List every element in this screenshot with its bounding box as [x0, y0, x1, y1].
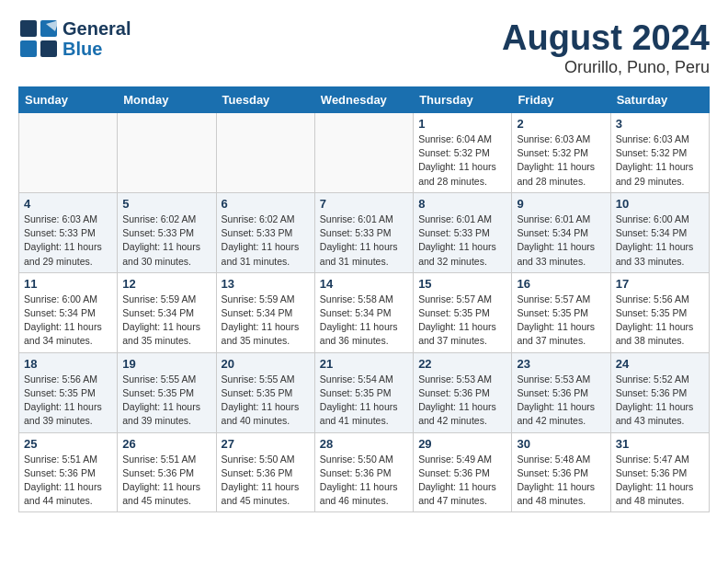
weekday-header-thursday: Thursday — [414, 87, 512, 113]
month-title: August 2024 — [502, 18, 710, 58]
calendar-cell: 28Sunrise: 5:50 AM Sunset: 5:36 PM Dayli… — [314, 432, 413, 512]
day-number: 18 — [24, 357, 112, 371]
day-info: Sunrise: 6:00 AM Sunset: 5:34 PM Dayligh… — [24, 293, 112, 349]
day-info: Sunrise: 6:02 AM Sunset: 5:33 PM Dayligh… — [222, 213, 310, 269]
week-row-1: 1Sunrise: 6:04 AM Sunset: 5:32 PM Daylig… — [19, 113, 710, 193]
location-title: Orurillo, Puno, Peru — [502, 58, 710, 77]
day-info: Sunrise: 5:49 AM Sunset: 5:36 PM Dayligh… — [418, 453, 506, 509]
day-info: Sunrise: 5:57 AM Sunset: 5:35 PM Dayligh… — [418, 293, 506, 349]
calendar-cell: 22Sunrise: 5:53 AM Sunset: 5:36 PM Dayli… — [414, 352, 512, 432]
svg-rect-0 — [20, 20, 37, 37]
calendar-cell: 10Sunrise: 6:00 AM Sunset: 5:34 PM Dayli… — [610, 192, 709, 272]
day-info: Sunrise: 6:03 AM Sunset: 5:33 PM Dayligh… — [24, 213, 112, 269]
calendar-cell: 30Sunrise: 5:48 AM Sunset: 5:36 PM Dayli… — [512, 432, 610, 512]
day-info: Sunrise: 5:47 AM Sunset: 5:36 PM Dayligh… — [616, 453, 704, 509]
day-info: Sunrise: 5:58 AM Sunset: 5:34 PM Dayligh… — [320, 293, 408, 349]
calendar-cell — [19, 113, 118, 193]
day-info: Sunrise: 5:53 AM Sunset: 5:36 PM Dayligh… — [418, 373, 506, 429]
calendar-cell: 9Sunrise: 6:01 AM Sunset: 5:34 PM Daylig… — [512, 192, 610, 272]
calendar-cell: 24Sunrise: 5:52 AM Sunset: 5:36 PM Dayli… — [610, 352, 709, 432]
day-number: 9 — [517, 197, 605, 211]
weekday-header-sunday: Sunday — [19, 87, 118, 113]
day-info: Sunrise: 6:03 AM Sunset: 5:32 PM Dayligh… — [616, 132, 704, 189]
calendar-cell: 21Sunrise: 5:54 AM Sunset: 5:35 PM Dayli… — [314, 352, 413, 432]
day-number: 31 — [616, 437, 704, 451]
weekday-header-saturday: Saturday — [610, 87, 709, 113]
day-number: 21 — [320, 357, 408, 371]
week-row-5: 25Sunrise: 5:51 AM Sunset: 5:36 PM Dayli… — [19, 432, 710, 512]
day-info: Sunrise: 5:56 AM Sunset: 5:35 PM Dayligh… — [616, 293, 704, 349]
day-info: Sunrise: 5:50 AM Sunset: 5:36 PM Dayligh… — [222, 453, 310, 509]
day-number: 12 — [122, 277, 210, 291]
svg-rect-2 — [20, 40, 37, 57]
calendar-cell: 14Sunrise: 5:58 AM Sunset: 5:34 PM Dayli… — [314, 272, 413, 352]
day-info: Sunrise: 6:03 AM Sunset: 5:32 PM Dayligh… — [517, 132, 605, 189]
calendar-table: SundayMondayTuesdayWednesdayThursdayFrid… — [18, 86, 710, 512]
day-info: Sunrise: 6:02 AM Sunset: 5:33 PM Dayligh… — [122, 213, 210, 269]
day-number: 3 — [616, 117, 704, 131]
week-row-3: 11Sunrise: 6:00 AM Sunset: 5:34 PM Dayli… — [19, 272, 710, 352]
week-row-4: 18Sunrise: 5:56 AM Sunset: 5:35 PM Dayli… — [19, 352, 710, 432]
day-number: 30 — [517, 437, 605, 451]
day-number: 16 — [517, 277, 605, 291]
day-info: Sunrise: 5:51 AM Sunset: 5:36 PM Dayligh… — [122, 453, 210, 509]
calendar-cell: 13Sunrise: 5:59 AM Sunset: 5:34 PM Dayli… — [216, 272, 314, 352]
logo: General Blue — [18, 18, 131, 59]
calendar-cell: 12Sunrise: 5:59 AM Sunset: 5:34 PM Dayli… — [118, 272, 216, 352]
calendar-cell: 25Sunrise: 5:51 AM Sunset: 5:36 PM Dayli… — [19, 432, 118, 512]
weekday-header-tuesday: Tuesday — [216, 87, 314, 113]
logo-blue: Blue — [63, 39, 131, 59]
day-info: Sunrise: 6:04 AM Sunset: 5:32 PM Dayligh… — [418, 132, 506, 189]
calendar-cell — [216, 113, 314, 193]
day-info: Sunrise: 5:59 AM Sunset: 5:34 PM Dayligh… — [222, 293, 310, 349]
calendar-cell: 2Sunrise: 6:03 AM Sunset: 5:32 PM Daylig… — [512, 113, 610, 193]
day-number: 22 — [418, 357, 506, 371]
title-section: August 2024 Orurillo, Puno, Peru — [502, 18, 710, 77]
calendar-cell: 6Sunrise: 6:02 AM Sunset: 5:33 PM Daylig… — [216, 192, 314, 272]
day-number: 19 — [122, 357, 210, 371]
day-number: 4 — [24, 197, 112, 211]
day-info: Sunrise: 6:01 AM Sunset: 5:33 PM Dayligh… — [418, 213, 506, 269]
calendar-cell — [314, 113, 413, 193]
day-info: Sunrise: 5:54 AM Sunset: 5:35 PM Dayligh… — [320, 373, 408, 429]
day-info: Sunrise: 5:48 AM Sunset: 5:36 PM Dayligh… — [517, 453, 605, 509]
day-info: Sunrise: 5:53 AM Sunset: 5:36 PM Dayligh… — [517, 373, 605, 429]
calendar-cell: 4Sunrise: 6:03 AM Sunset: 5:33 PM Daylig… — [19, 192, 118, 272]
calendar-cell: 11Sunrise: 6:00 AM Sunset: 5:34 PM Dayli… — [19, 272, 118, 352]
svg-rect-3 — [40, 40, 57, 57]
page-header: General Blue August 2024 Orurillo, Puno,… — [18, 18, 710, 77]
day-info: Sunrise: 5:57 AM Sunset: 5:35 PM Dayligh… — [517, 293, 605, 349]
day-info: Sunrise: 5:55 AM Sunset: 5:35 PM Dayligh… — [122, 373, 210, 429]
day-number: 2 — [517, 117, 605, 131]
day-number: 20 — [222, 357, 310, 371]
calendar-cell: 23Sunrise: 5:53 AM Sunset: 5:36 PM Dayli… — [512, 352, 610, 432]
calendar-cell: 15Sunrise: 5:57 AM Sunset: 5:35 PM Dayli… — [414, 272, 512, 352]
day-number: 11 — [24, 277, 112, 291]
calendar-cell: 29Sunrise: 5:49 AM Sunset: 5:36 PM Dayli… — [414, 432, 512, 512]
day-number: 25 — [24, 437, 112, 451]
logo-icon — [18, 18, 59, 59]
calendar-cell: 19Sunrise: 5:55 AM Sunset: 5:35 PM Dayli… — [118, 352, 216, 432]
day-info: Sunrise: 5:59 AM Sunset: 5:34 PM Dayligh… — [122, 293, 210, 349]
day-info: Sunrise: 5:52 AM Sunset: 5:36 PM Dayligh… — [616, 373, 704, 429]
day-number: 15 — [418, 277, 506, 291]
day-info: Sunrise: 6:01 AM Sunset: 5:34 PM Dayligh… — [517, 213, 605, 269]
day-info: Sunrise: 5:50 AM Sunset: 5:36 PM Dayligh… — [320, 453, 408, 509]
day-number: 26 — [122, 437, 210, 451]
day-number: 7 — [320, 197, 408, 211]
day-number: 13 — [222, 277, 310, 291]
day-number: 1 — [418, 117, 506, 131]
weekday-header-row: SundayMondayTuesdayWednesdayThursdayFrid… — [19, 87, 710, 113]
calendar-cell: 18Sunrise: 5:56 AM Sunset: 5:35 PM Dayli… — [19, 352, 118, 432]
logo-general: General — [63, 18, 131, 39]
calendar-cell: 7Sunrise: 6:01 AM Sunset: 5:33 PM Daylig… — [314, 192, 413, 272]
calendar-cell: 26Sunrise: 5:51 AM Sunset: 5:36 PM Dayli… — [118, 432, 216, 512]
week-row-2: 4Sunrise: 6:03 AM Sunset: 5:33 PM Daylig… — [19, 192, 710, 272]
day-number: 5 — [122, 197, 210, 211]
calendar-cell — [118, 113, 216, 193]
day-number: 27 — [222, 437, 310, 451]
calendar-cell: 27Sunrise: 5:50 AM Sunset: 5:36 PM Dayli… — [216, 432, 314, 512]
day-info: Sunrise: 5:56 AM Sunset: 5:35 PM Dayligh… — [24, 373, 112, 429]
calendar-cell: 17Sunrise: 5:56 AM Sunset: 5:35 PM Dayli… — [610, 272, 709, 352]
calendar-cell: 1Sunrise: 6:04 AM Sunset: 5:32 PM Daylig… — [414, 113, 512, 193]
